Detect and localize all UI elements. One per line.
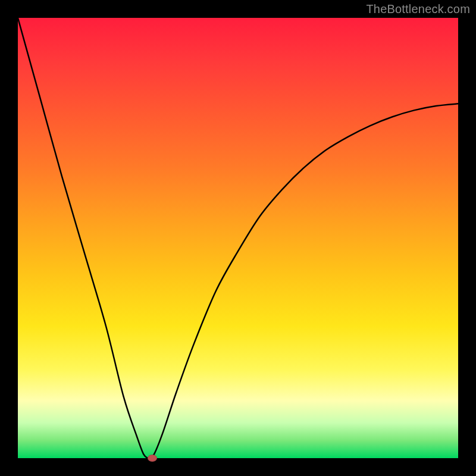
bottleneck-curve: [18, 18, 458, 458]
plot-area: [18, 18, 458, 458]
optimal-point-marker: [148, 455, 157, 462]
attribution-label: TheBottleneck.com: [366, 2, 470, 16]
curve-layer: [18, 18, 458, 458]
chart-frame: TheBottleneck.com: [0, 0, 476, 476]
